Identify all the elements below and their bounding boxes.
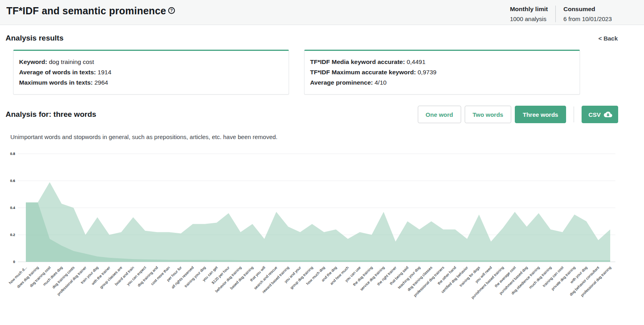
keyword-value: dog training cost (49, 58, 94, 65)
tfidf-maximum-value: 0,9739 (417, 69, 436, 75)
maximum-words-label: Maximum words in texts: (19, 79, 93, 86)
monthly-limit-block: Monthly limit 1000 analysis (502, 6, 556, 22)
svg-text:training for dogs: training for dogs (458, 265, 481, 287)
consumed-label: Consumed (563, 6, 612, 13)
svg-text:training can cost: training can cost (542, 265, 564, 288)
svg-text:training your dog: training your dog (184, 265, 207, 288)
tfidf-maximum-label: TF*IDF Maximum accurate keyword: (310, 69, 416, 75)
back-link[interactable]: < Back (598, 35, 618, 42)
monthly-limit-value: 1000 analysis (510, 15, 548, 22)
tfidf-media-label: TF*IDF Media keyword accurate: (310, 58, 405, 65)
help-icon[interactable]: ? (168, 7, 175, 14)
results-section-title: Analysis results (6, 34, 64, 43)
svg-text:0.8: 0.8 (10, 152, 15, 156)
svg-text:dog training cost: dog training cost (29, 265, 51, 288)
card-row-average-words: Average of words in texts: 1914 (19, 67, 283, 77)
cloud-download-icon (604, 111, 612, 118)
csv-button-label: CSV (588, 111, 601, 118)
card-row-tfidf-media: TF*IDF Media keyword accurate: 0,4491 (310, 57, 574, 67)
page-title: TF*IDF and semantic prominence (6, 5, 166, 16)
monthly-limit-label: Monthly limit (510, 6, 548, 13)
tfidf-area-chart: 00.20.40.60.8how much d...does dog train… (8, 146, 636, 307)
consumed-block: Consumed 6 from 10/01/2023 (555, 6, 619, 22)
svg-text:0.6: 0.6 (10, 179, 15, 183)
three-words-button[interactable]: Three words (515, 106, 566, 123)
cards-row: Keyword: dog training cost Average of wo… (0, 50, 644, 95)
analysis-title: Analysis for: three words (6, 110, 96, 119)
average-words-label: Average of words in texts: (19, 69, 96, 75)
keyword-label: Keyword: (19, 58, 47, 65)
results-bar: Analysis results < Back (0, 25, 644, 43)
two-words-button[interactable]: Two words (465, 106, 511, 123)
page-title-wrap: TF*IDF and semantic prominence? (6, 5, 175, 17)
chart-wrap: 00.20.40.60.8how much d...does dog train… (0, 146, 644, 309)
one-word-button[interactable]: One word (418, 106, 461, 123)
svg-text:the average cost: the average cost (494, 265, 517, 288)
average-prominence-value: 4/10 (374, 79, 386, 86)
tfidf-info-card: TF*IDF Media keyword accurate: 0,4491 TF… (304, 50, 580, 95)
tfidf-media-value: 0,4491 (407, 58, 425, 65)
keyword-info-card: Keyword: dog training cost Average of wo… (13, 50, 289, 95)
average-prominence-label: Average prominence: (310, 79, 373, 86)
button-divider (574, 106, 574, 122)
card-row-keyword: Keyword: dog training cost (19, 57, 283, 67)
svg-text:0.2: 0.2 (10, 233, 15, 237)
csv-download-button[interactable]: CSV (582, 106, 618, 123)
maximum-words-value: 2964 (95, 79, 108, 86)
card-row-maximum-words: Maximum words in texts: 2964 (19, 77, 283, 88)
average-words-value: 1914 (98, 69, 111, 75)
svg-text:does dog training: does dog training (16, 265, 39, 289)
svg-text:dog training and: dog training and (136, 265, 159, 288)
card-row-tfidf-maximum: TF*IDF Maximum accurate keyword: 0,9739 (310, 67, 574, 77)
consumed-value: 6 from 10/01/2023 (563, 15, 612, 22)
header-stats: Monthly limit 1000 analysis Consumed 6 f… (502, 6, 644, 22)
stopwords-note: Unimportant words and stopwords in gener… (0, 133, 644, 140)
analysis-bar: Analysis for: three words One word Two w… (0, 106, 644, 123)
card-row-average-prominence: Average prominence: 4/10 (310, 77, 574, 88)
svg-text:0.4: 0.4 (10, 206, 15, 210)
word-count-button-group: One word Two words Three words CSV (418, 106, 618, 123)
app-header: TF*IDF and semantic prominence? Monthly … (0, 0, 644, 25)
svg-text:0: 0 (13, 260, 15, 264)
